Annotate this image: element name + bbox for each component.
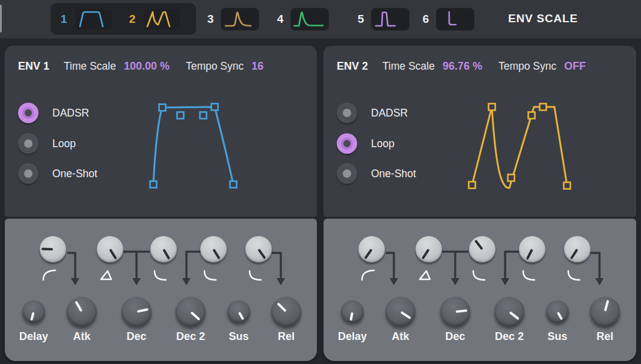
one-shot-radio[interactable] xyxy=(337,163,357,184)
knob-label-delay: Delay xyxy=(8,330,59,343)
envelope-point-handle[interactable] xyxy=(489,104,495,111)
mode-label: Loop xyxy=(371,138,394,150)
dec-2-knob[interactable] xyxy=(494,297,524,327)
envelope-point-handle[interactable] xyxy=(200,112,207,119)
plugin-window: 1 2 3 4 5 6 ENV SCALE ENV 1 Time Scale xyxy=(0,0,641,364)
time-scale-value[interactable]: 96.76 % xyxy=(443,60,482,73)
knob-label-rel: Rel xyxy=(580,330,630,343)
rel-knob[interactable] xyxy=(590,297,620,327)
stage-curve-knob-1[interactable] xyxy=(358,236,385,262)
tab-env-1[interactable]: 1 xyxy=(59,8,112,31)
double-peak-envelope-icon xyxy=(143,8,181,31)
tempo-sync-label: Tempo Sync xyxy=(498,60,556,73)
envelope-point-handle[interactable] xyxy=(150,181,157,188)
stage-curve-knob-5[interactable] xyxy=(564,236,590,262)
envelope-point-handle[interactable] xyxy=(159,105,166,111)
envelope-point-handle[interactable] xyxy=(540,104,547,111)
tempo-sync-label: Tempo Sync xyxy=(186,60,244,73)
fall-curve-icon xyxy=(250,271,261,280)
envelope-point-handle[interactable] xyxy=(230,181,237,188)
rel-knob[interactable] xyxy=(271,297,301,327)
knob-label-dec: Dec xyxy=(111,330,162,343)
stage-curve-knob-5[interactable] xyxy=(245,236,272,262)
tab-number: 3 xyxy=(206,13,215,26)
fall-curve-icon xyxy=(204,271,216,280)
envelope-point-handle[interactable] xyxy=(469,182,476,189)
loop-radio[interactable] xyxy=(18,133,38,154)
env-scale-label: ENV SCALE xyxy=(508,12,578,25)
fall-curve-icon xyxy=(568,271,580,280)
tab-number: 6 xyxy=(421,13,431,26)
time-scale-value[interactable]: 100.00 % xyxy=(124,60,170,73)
mode-label: DADSR xyxy=(371,107,408,120)
env-title: ENV 2 xyxy=(337,60,368,73)
triangle-curve-icon xyxy=(420,271,430,279)
knob-indicator xyxy=(339,299,366,325)
tempo-sync-value[interactable]: OFF xyxy=(564,60,586,73)
envelope-point-handle[interactable] xyxy=(212,104,218,111)
dadsr-radio[interactable] xyxy=(18,103,38,123)
fall-curve-icon xyxy=(155,271,166,280)
trapezoid-envelope-icon xyxy=(74,8,112,31)
tab-number: 4 xyxy=(275,13,285,26)
tab-env-5[interactable]: 5 xyxy=(356,8,409,31)
knob-label-atk: Atk xyxy=(375,330,426,343)
loop-radio[interactable] xyxy=(337,133,357,154)
stage-curve-knob-3[interactable] xyxy=(150,236,177,262)
envelope-curve-display[interactable] xyxy=(452,88,639,208)
one-shot-radio[interactable] xyxy=(18,163,38,184)
envelope-curve-path xyxy=(153,107,233,184)
knob-indicator xyxy=(39,235,67,263)
env2-knob-section: DelayAtkDecDec 2SusRel xyxy=(324,219,636,361)
delay-knob[interactable] xyxy=(22,300,45,323)
mode-label: Loop xyxy=(52,138,76,150)
knob-indicator xyxy=(439,296,472,329)
delay-knob[interactable] xyxy=(341,300,364,323)
dec-knob[interactable] xyxy=(440,297,470,327)
stage-curve-knob-2[interactable] xyxy=(416,236,442,262)
rise-curve-icon xyxy=(43,270,55,280)
triangle-curve-icon xyxy=(101,271,111,279)
envelope-point-handle[interactable] xyxy=(177,112,184,119)
knob-label-rel: Rel xyxy=(261,330,311,343)
pulse-envelope-icon xyxy=(371,8,409,31)
tempo-sync-value[interactable]: 16 xyxy=(251,60,263,73)
knob-label-dec-2: Dec 2 xyxy=(165,330,216,343)
knob-label-delay: Delay xyxy=(327,330,378,343)
stage-curve-knob-4[interactable] xyxy=(200,236,227,262)
tab-env-6[interactable]: 6 xyxy=(421,8,474,31)
tab-env-3[interactable]: 3 xyxy=(206,8,259,31)
envelope-curve-path xyxy=(472,107,567,188)
loop-mode-row: Loop xyxy=(18,133,76,154)
loop-mode-row: Loop xyxy=(337,133,394,154)
stage-curve-knob-1[interactable] xyxy=(40,236,66,262)
envelope-curve-display[interactable] xyxy=(133,88,320,208)
drop-envelope-icon xyxy=(436,8,474,31)
dadsr-radio[interactable] xyxy=(337,103,357,123)
sus-knob[interactable] xyxy=(546,300,569,323)
atk-knob[interactable] xyxy=(67,297,97,327)
dec-2-knob[interactable] xyxy=(176,297,206,327)
pluck-envelope-icon xyxy=(221,8,259,31)
env-title: ENV 1 xyxy=(18,60,49,73)
envelope-point-handle[interactable] xyxy=(508,175,515,181)
stage-curve-knob-4[interactable] xyxy=(519,236,545,262)
tab-env-2[interactable]: 2 xyxy=(127,8,181,31)
dadsr-mode-row: DADSR xyxy=(337,103,408,123)
envelope-point-handle[interactable] xyxy=(564,183,571,189)
knob-label-dec: Dec xyxy=(430,330,480,343)
tab-env-4[interactable]: 4 xyxy=(275,8,329,31)
tab-number: 5 xyxy=(356,13,366,26)
stage-curve-knob-3[interactable] xyxy=(469,236,495,262)
tab-number: 2 xyxy=(127,13,137,26)
knob-label-sus: Sus xyxy=(532,330,583,343)
dec-knob[interactable] xyxy=(121,297,152,327)
envelope-point-handle[interactable] xyxy=(529,112,535,119)
mode-label: DADSR xyxy=(52,107,89,120)
env1-knob-section: DelayAtkDecDec 2SusRel xyxy=(5,219,317,361)
sus-knob[interactable] xyxy=(227,300,250,323)
stage-curve-knob-2[interactable] xyxy=(97,236,123,262)
envelope-tab-bar: 1 2 3 4 5 6 ENV SCALE xyxy=(0,0,641,38)
fall-curve-icon xyxy=(523,271,535,280)
atk-knob[interactable] xyxy=(385,297,416,327)
